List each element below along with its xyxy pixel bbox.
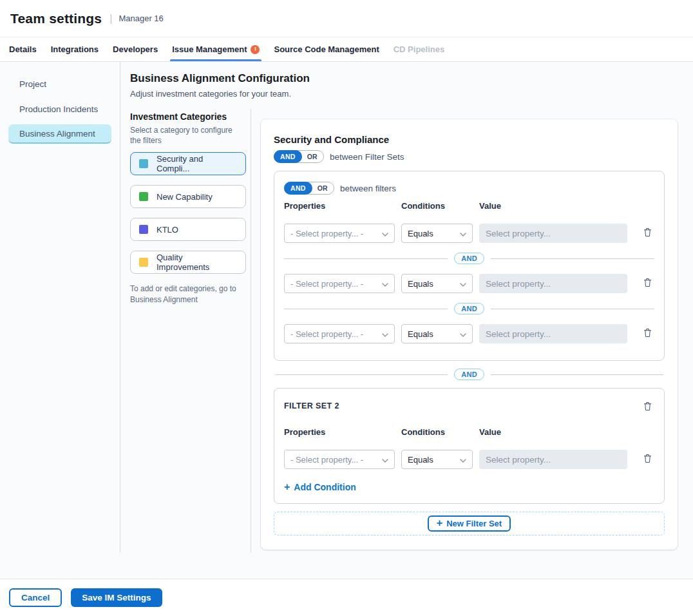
add-condition-button[interactable]: + Add Condition xyxy=(284,482,356,492)
cancel-button[interactable]: Cancel xyxy=(9,588,62,607)
new-filter-set-dropzone: + New Filter Set xyxy=(274,512,665,535)
filter-row: - Select property... - Equals xyxy=(284,324,654,343)
property-select[interactable]: - Select property... - xyxy=(284,274,395,293)
categories-title: Investment Categories xyxy=(130,111,243,122)
trash-icon xyxy=(643,227,652,239)
delete-filter-button[interactable] xyxy=(641,325,654,342)
filter-row: - Select property... - Equals xyxy=(284,450,654,469)
plus-icon: + xyxy=(437,518,442,528)
category-ktlo[interactable]: KTLO xyxy=(130,218,246,241)
column-headers: Properties Conditions Value xyxy=(284,201,654,211)
category-color-swatch xyxy=(139,225,148,234)
condition-select[interactable]: Equals xyxy=(401,450,473,469)
plus-icon: + xyxy=(284,482,290,492)
team-settings-page: Team settings | Manager 16 Details Integ… xyxy=(0,0,693,616)
filter-sets-operator-toggle: AND OR xyxy=(274,150,324,163)
settings-sidebar: Project Production Incidents Business Al… xyxy=(0,62,120,553)
filter-row: - Select property... - Equals xyxy=(284,224,654,243)
manager-name: Manager 16 xyxy=(119,14,163,23)
category-filters-panel: Security and Compliance AND OR between F… xyxy=(261,119,678,550)
warning-icon: ! xyxy=(251,45,260,54)
category-color-swatch xyxy=(139,159,148,168)
and-option[interactable]: AND xyxy=(274,150,302,163)
page-header: Team settings | Manager 16 xyxy=(0,0,693,37)
categories-subtitle: Select a category to configure the filte… xyxy=(130,126,243,146)
sidebar-item-production-incidents[interactable]: Production Incidents xyxy=(8,99,111,119)
tab-details[interactable]: Details xyxy=(2,37,44,61)
tab-integrations[interactable]: Integrations xyxy=(44,37,106,61)
investment-categories-column: Investment Categories Select a category … xyxy=(130,109,251,553)
category-color-swatch xyxy=(139,258,148,267)
save-im-settings-button[interactable]: Save IM Settings xyxy=(71,588,162,607)
value-input[interactable] xyxy=(479,224,627,243)
tab-cd-pipelines[interactable]: CD Pipelines xyxy=(386,37,451,61)
category-color-swatch xyxy=(139,192,148,201)
filter-set-connector: AND xyxy=(275,369,663,380)
tab-developers[interactable]: Developers xyxy=(106,37,165,61)
filter-set-1: AND OR between filters Properties Condit… xyxy=(274,171,665,361)
properties-header: Properties xyxy=(284,201,395,211)
category-quality-improvements[interactable]: Quality Improvements xyxy=(130,251,246,274)
property-select[interactable]: - Select property... - xyxy=(284,224,395,243)
and-connector-pill: AND xyxy=(454,303,484,314)
footer-actions: Cancel Save IM Settings xyxy=(0,579,693,616)
properties-header: Properties xyxy=(284,427,395,437)
value-input[interactable] xyxy=(479,274,627,293)
conditions-header: Conditions xyxy=(401,201,473,211)
title-divider: | xyxy=(109,13,112,24)
category-new-capability[interactable]: New Capability xyxy=(130,185,246,208)
condition-select[interactable]: Equals xyxy=(401,224,473,243)
or-option[interactable]: OR xyxy=(301,153,323,160)
chevron-down-icon xyxy=(460,329,466,339)
panel-title: Security and Compliance xyxy=(274,134,665,145)
trash-icon xyxy=(643,328,652,340)
condition-select[interactable]: Equals xyxy=(401,324,473,343)
chevron-down-icon xyxy=(382,455,388,465)
property-select[interactable]: - Select property... - xyxy=(284,324,395,343)
filter-set-2-title: FILTER SET 2 xyxy=(284,399,339,410)
categories-footnote: To add or edit categories, go to Busines… xyxy=(130,284,243,305)
toggle-suffix: between Filter Sets xyxy=(330,152,404,162)
new-filter-set-button[interactable]: + New Filter Set xyxy=(428,515,511,532)
and-connector-pill: AND xyxy=(454,253,484,264)
trash-icon xyxy=(643,401,652,413)
category-security-and-compliance[interactable]: Security and Compli... xyxy=(130,152,246,175)
section-title: Business Alignment Configuration xyxy=(130,72,678,85)
main-section: Business Alignment Configuration Adjust … xyxy=(120,62,693,553)
and-connector-pill: AND xyxy=(454,369,484,380)
delete-filter-set-button[interactable] xyxy=(641,399,654,416)
filter-row: - Select property... - Equals xyxy=(284,274,654,293)
chevron-down-icon xyxy=(382,329,388,339)
value-header: Value xyxy=(479,427,627,437)
settings-tabbar: Details Integrations Developers Issue Ma… xyxy=(0,37,693,62)
delete-filter-button[interactable] xyxy=(641,225,654,242)
chevron-down-icon xyxy=(460,455,466,465)
section-subtitle: Adjust investment categories for your te… xyxy=(130,89,678,99)
filter-connector: AND xyxy=(284,253,654,264)
condition-select[interactable]: Equals xyxy=(401,274,473,293)
and-option[interactable]: AND xyxy=(284,182,312,195)
filter-panel-column: Security and Compliance AND OR between F… xyxy=(251,109,678,553)
or-option[interactable]: OR xyxy=(312,184,334,192)
filter-connector: AND xyxy=(284,303,654,314)
column-headers: Properties Conditions Value xyxy=(284,427,654,437)
toggle-suffix: between filters xyxy=(340,184,396,193)
property-select[interactable]: - Select property... - xyxy=(284,450,395,469)
filters-operator-toggle: AND OR xyxy=(284,182,334,195)
sidebar-item-project[interactable]: Project xyxy=(8,74,111,93)
value-input[interactable] xyxy=(479,450,627,469)
value-header: Value xyxy=(479,201,627,211)
delete-filter-button[interactable] xyxy=(641,451,654,468)
chevron-down-icon xyxy=(460,279,466,289)
chevron-down-icon xyxy=(382,229,388,238)
content-area: Project Production Incidents Business Al… xyxy=(0,62,693,553)
chevron-down-icon xyxy=(382,279,388,289)
trash-icon xyxy=(643,278,652,289)
filter-set-2: FILTER SET 2 Properties Conditions Value xyxy=(274,388,665,504)
value-input[interactable] xyxy=(479,324,627,343)
tab-issue-management[interactable]: Issue Management ! xyxy=(165,37,267,61)
tab-source-code-management[interactable]: Source Code Management xyxy=(267,37,386,61)
bottom-spacer xyxy=(0,553,693,579)
delete-filter-button[interactable] xyxy=(641,275,654,292)
sidebar-item-business-alignment[interactable]: Business Alignment xyxy=(8,124,111,144)
